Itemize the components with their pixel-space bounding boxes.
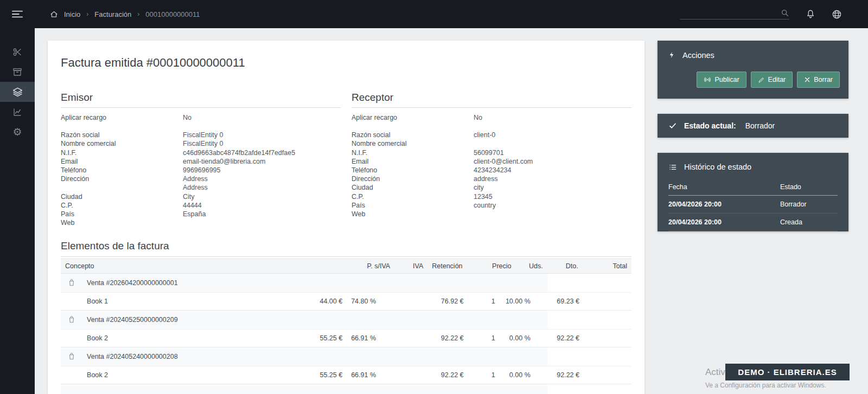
list-icon xyxy=(668,163,677,171)
edit-button-label: Editar xyxy=(768,76,786,83)
field-label: Aplicar recargo xyxy=(352,113,474,122)
item-total: 69.23 € xyxy=(557,298,579,305)
receptor-section: Receptor Aplicar recargoNo Razón socialc… xyxy=(352,92,631,227)
field-label: Web xyxy=(352,210,474,218)
field-value: 44444 xyxy=(183,201,341,210)
search-box xyxy=(680,9,789,20)
item-psiva: 55.25 € xyxy=(320,334,342,342)
elements-heading: Elementos de la factura xyxy=(61,240,631,257)
invoice-item-row: Book 1 44.00 € 74.80 % 76.92 € 1 10.00 %… xyxy=(61,293,631,311)
windows-activate-subtext: Ve a Configuración para activar Windows. xyxy=(705,382,826,389)
history-col-estado: Estado xyxy=(780,179,838,196)
invoice-item-row: Book 2 55.25 € 66.91 % 92.22 € 1 0.00 % … xyxy=(61,330,631,347)
field-value: FiscalEntity 0 xyxy=(183,131,341,139)
search-icon[interactable] xyxy=(781,9,789,17)
topbar-right xyxy=(680,9,842,20)
col-header-psiva: P. s/IVA xyxy=(295,259,394,274)
bag-icon xyxy=(61,274,82,293)
delete-button[interactable]: Borrar xyxy=(797,72,840,88)
history-row: 20/04/2026 20:00 Borrador xyxy=(668,196,838,214)
invoice-items-table: Concepto P. s/IVA IVA Retención Precio U… xyxy=(61,259,631,394)
topbar: Inicio › Facturación › 00010000000011 xyxy=(0,0,868,28)
sidebar-item-scissors[interactable] xyxy=(0,42,35,62)
item-total: 92.22 € xyxy=(557,371,579,379)
right-column: Acciones Publicar Editar Borrar xyxy=(658,41,848,247)
field-label: Ciudad xyxy=(352,183,474,192)
field-label: Teléfono xyxy=(352,166,474,175)
history-header-row: Fecha Estado xyxy=(668,179,838,196)
col-header-precio: Precio xyxy=(467,259,515,274)
col-header-total: Total xyxy=(583,259,631,274)
home-icon[interactable] xyxy=(50,10,58,18)
breadcrumb-invoice-id: 00010000000011 xyxy=(145,10,200,18)
emisor-heading: Emisor xyxy=(61,92,341,108)
field-label: Email xyxy=(61,157,183,166)
archive-icon xyxy=(12,67,22,77)
field-value: address xyxy=(474,175,631,183)
invoices-icon xyxy=(12,87,23,97)
status-badge: Borrador xyxy=(745,121,775,130)
field-value: 4234234234 xyxy=(474,166,631,175)
history-panel: Histórico de estado Fecha Estado 20/04/2… xyxy=(658,153,848,231)
breadcrumb-home[interactable]: Inicio xyxy=(64,10,80,18)
col-header-uds: Uds. xyxy=(516,259,547,274)
field-label: N.I.F. xyxy=(352,148,474,157)
field-label: Razón social xyxy=(61,131,183,139)
sidebar-item-stats[interactable] xyxy=(0,102,35,122)
field-value: City xyxy=(183,192,341,201)
field-label: País xyxy=(352,201,474,210)
sale-group-title: Venta #202405240000000208 xyxy=(82,347,547,366)
sale-group-row: Venta #202604200000000001 xyxy=(61,274,631,293)
bell-icon[interactable] xyxy=(806,9,815,19)
item-precio: 76.92 € xyxy=(441,298,464,305)
item-uds: 1 xyxy=(492,334,495,342)
edit-icon xyxy=(758,76,765,83)
history-panel-title: Histórico de estado xyxy=(684,163,751,171)
edit-button[interactable]: Editar xyxy=(751,72,793,88)
sidebar-item-archive[interactable] xyxy=(0,62,35,82)
field-label: Nombre comercial xyxy=(61,139,183,148)
field-label: Web xyxy=(61,218,183,227)
sale-group-row: Venta #202405240000000208 xyxy=(61,347,631,366)
sale-group-title: Venta #202604200000000001 xyxy=(82,274,547,293)
publish-button[interactable]: Publicar xyxy=(697,72,746,88)
history-fecha: 20/04/2026 20:00 xyxy=(668,214,780,231)
receptor-heading: Receptor xyxy=(352,92,631,108)
demo-watermark-badge: DEMO · ELIBRERIA.ES xyxy=(725,364,850,380)
actions-panel-header: Acciones xyxy=(658,41,848,67)
item-total: 92.22 € xyxy=(557,334,579,342)
field-value: Address xyxy=(183,183,341,192)
field-label: Email xyxy=(352,157,474,166)
field-value xyxy=(474,210,631,218)
sidebar: ⚙ xyxy=(0,28,35,394)
field-label: N.I.F. xyxy=(61,148,183,157)
field-value: 9969696995 xyxy=(183,166,341,175)
field-label: Dirección xyxy=(352,175,474,183)
check-icon xyxy=(668,122,677,130)
account-globe-icon[interactable] xyxy=(832,9,842,20)
menu-icon[interactable] xyxy=(0,10,35,18)
breadcrumb-separator: › xyxy=(137,10,139,18)
breadcrumb-separator: › xyxy=(86,10,88,18)
item-dto: 10.00 % xyxy=(506,298,531,305)
sidebar-item-settings[interactable]: ⚙ xyxy=(0,122,35,142)
breadcrumb-facturacion[interactable]: Facturación xyxy=(94,10,131,18)
field-value: 12345 xyxy=(474,192,631,201)
settings-gear-icon: ⚙ xyxy=(12,127,22,137)
item-precio: 92.22 € xyxy=(441,371,464,379)
actions-buttons: Publicar Editar Borrar xyxy=(658,67,848,99)
invoice-item-row: Book 2 55.25 € 66.91 % 92.22 € 1 0.00 % … xyxy=(61,366,631,384)
sidebar-item-invoices[interactable] xyxy=(0,82,35,102)
field-value: No xyxy=(183,113,341,122)
delete-button-label: Borrar xyxy=(814,76,833,83)
search-input[interactable] xyxy=(680,9,781,17)
history-fecha: 20/04/2026 20:00 xyxy=(668,196,780,214)
sale-group-row-partial xyxy=(61,384,631,394)
field-value: client-0@client.com xyxy=(474,157,631,166)
field-value: c46d9663abc4874fb2afde14f7edfae5 xyxy=(183,148,341,157)
item-concepto: Book 2 xyxy=(82,366,295,384)
bag-icon xyxy=(61,311,82,330)
close-icon xyxy=(804,76,810,83)
field-label: País xyxy=(61,210,183,218)
actions-panel: Acciones Publicar Editar Borrar xyxy=(658,41,848,99)
